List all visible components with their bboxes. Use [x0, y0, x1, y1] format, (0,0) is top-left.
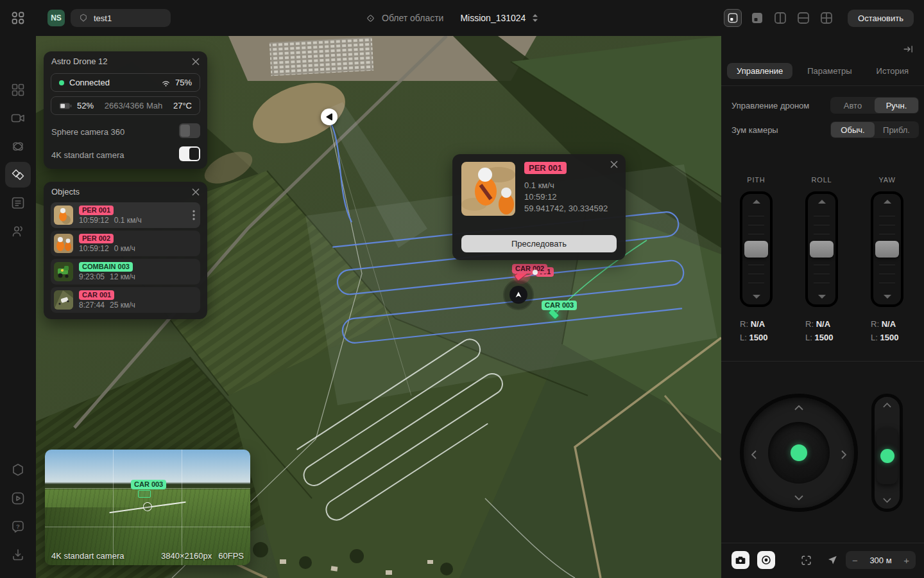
pitch-slider-knob[interactable] [744, 241, 768, 258]
layout-split-horizontal-icon[interactable] [796, 10, 811, 26]
camera-4k-toggle[interactable] [179, 146, 200, 161]
object-speed: 0 км/ч [114, 244, 135, 253]
object-time: 9:23:05 [79, 272, 105, 281]
home-point-marker[interactable] [321, 109, 338, 125]
per001-position-dot[interactable] [533, 270, 538, 275]
object-popup: PER 001 0.1 км/ч 10:59:12 59.941742, 30.… [452, 154, 626, 260]
camera-preview[interactable]: CAR 003 4K standart camera 3840×2160px 6… [45, 450, 250, 565]
photo-capture-button[interactable] [732, 551, 749, 569]
directional-joystick[interactable] [740, 394, 858, 512]
camera-360-toggle[interactable] [179, 123, 200, 138]
tab-bar: Управление Параметры История [727, 62, 918, 80]
object-label: PER 002 [79, 234, 114, 243]
video-camera-icon[interactable] [10, 110, 26, 126]
layout-split-vertical-icon[interactable] [773, 10, 788, 26]
close-icon[interactable] [192, 58, 200, 66]
stop-button[interactable]: Остановить [848, 10, 914, 27]
throttle-knob[interactable] [877, 428, 898, 484]
object-menu-icon[interactable] [193, 210, 195, 220]
throttle-slider[interactable] [871, 394, 903, 512]
dashboard-icon[interactable] [10, 82, 26, 98]
drone-control-segmented: Авто Ручн. [830, 97, 919, 114]
center-view-icon[interactable] [800, 554, 812, 566]
mission-dropdown-icon[interactable] [532, 13, 538, 22]
joystick-knob[interactable] [768, 422, 830, 484]
object-speed: 0.1 км/ч [114, 216, 142, 225]
play-media-icon[interactable] [10, 491, 26, 506]
battery-capacity: 2663/4366 Mah [105, 101, 162, 110]
marker-label-car003[interactable]: CAR 003 [542, 301, 577, 310]
record-button[interactable] [757, 551, 775, 569]
temperature: 27°C [173, 101, 192, 110]
camera-icon [735, 556, 746, 565]
mission-select[interactable]: Mission_131024 [460, 13, 526, 23]
object-row-car001[interactable]: CAR 001 8:27:4425 км/ч [51, 287, 200, 313]
close-icon[interactable] [192, 188, 200, 196]
close-icon[interactable] [610, 161, 618, 168]
top-bar: NS test1 Облет области Mission_131024 [0, 0, 924, 36]
manual-option[interactable]: Ручн. [875, 98, 918, 113]
download-icon[interactable] [10, 547, 26, 563]
popup-coords: 59.941742, 30.334592 [524, 203, 608, 215]
object-thumbnail [54, 262, 73, 281]
zoom-near-option[interactable]: Прибл. [875, 122, 918, 137]
layout-pip-icon[interactable] [749, 10, 765, 26]
yaw-slider[interactable] [871, 191, 903, 307]
signal-percent: 75% [175, 78, 192, 87]
preview-target-label: CAR 003 [131, 480, 166, 489]
mission-layers-icon [10, 167, 26, 182]
layout-single-icon [726, 12, 739, 24]
popup-speed: 0.1 км/ч [524, 180, 608, 191]
locate-arrow-icon[interactable] [826, 554, 838, 566]
drone-panel-title: Astro Drone 12 [51, 57, 107, 66]
project-selector[interactable]: test1 [71, 9, 171, 27]
axis-label-roll: ROLL [805, 176, 838, 184]
object-thumbnail [54, 234, 73, 253]
drone-position-marker[interactable] [509, 286, 527, 304]
mission-diamond-icon [366, 13, 375, 23]
popup-object-label: PER 001 [524, 162, 567, 174]
altitude-minus-button[interactable]: − [852, 555, 858, 566]
object-row-per002[interactable]: PER 002 10:59:120 км/ч [51, 231, 200, 256]
layout-grid-icon[interactable] [819, 10, 834, 26]
pitch-slider[interactable] [740, 191, 773, 307]
pursue-button[interactable]: Преследовать [461, 235, 617, 252]
object-row-per001[interactable]: PER 001 10:59:120.1 км/ч [51, 202, 200, 228]
object-label: COMBAIN 003 [79, 262, 133, 272]
collapse-panel-icon[interactable] [903, 44, 914, 55]
workspace-badge[interactable]: NS [47, 10, 65, 26]
camera-4k-label: 4K standart camera [51, 150, 124, 160]
help-icon[interactable]: ? [10, 519, 26, 534]
auto-option[interactable]: Авто [831, 98, 875, 113]
object-label: PER 001 [79, 206, 114, 215]
object-speed: 12 км/ч [110, 272, 135, 281]
users-icon[interactable] [10, 223, 26, 239]
chevron-down-icon [883, 498, 891, 503]
hexagon-icon[interactable] [10, 462, 26, 478]
roll-slider-knob[interactable] [810, 241, 834, 258]
app-logo-icon[interactable] [10, 10, 26, 26]
chevron-right-icon [841, 450, 846, 459]
marker-label-car002[interactable]: CAR 002 [512, 264, 547, 274]
sidebar-item-missions-active[interactable] [5, 162, 31, 188]
zoom-normal-option[interactable]: Обыч. [831, 122, 875, 137]
roll-values: R: N/A L: 1500 [805, 317, 850, 344]
drone-gimbal-icon[interactable] [10, 139, 26, 154]
drone-status-panel: Astro Drone 12 Connected 75% 52% 2663/43… [44, 51, 207, 169]
object-time: 10:59:12 [79, 244, 109, 253]
record-icon [761, 555, 771, 565]
camera-zoom-segmented: Обыч. Прибл. [830, 121, 919, 138]
altitude-plus-button[interactable]: + [903, 555, 909, 566]
throttle-dot [880, 449, 894, 463]
tab-history[interactable]: История [867, 63, 918, 79]
object-time: 10:59:12 [79, 216, 109, 225]
tab-control[interactable]: Управление [727, 63, 792, 79]
camera-zoom-label: Зум камеры [732, 125, 778, 135]
control-panel: Управление Параметры История Управление … [721, 36, 924, 578]
document-icon[interactable] [10, 195, 26, 211]
object-row-combain003[interactable]: COMBAIN 003 9:23:0512 км/ч [51, 259, 200, 285]
layout-single-button[interactable] [724, 9, 742, 27]
yaw-slider-knob[interactable] [875, 241, 899, 258]
roll-slider[interactable] [805, 191, 838, 307]
tab-parameters[interactable]: Параметры [798, 63, 861, 79]
